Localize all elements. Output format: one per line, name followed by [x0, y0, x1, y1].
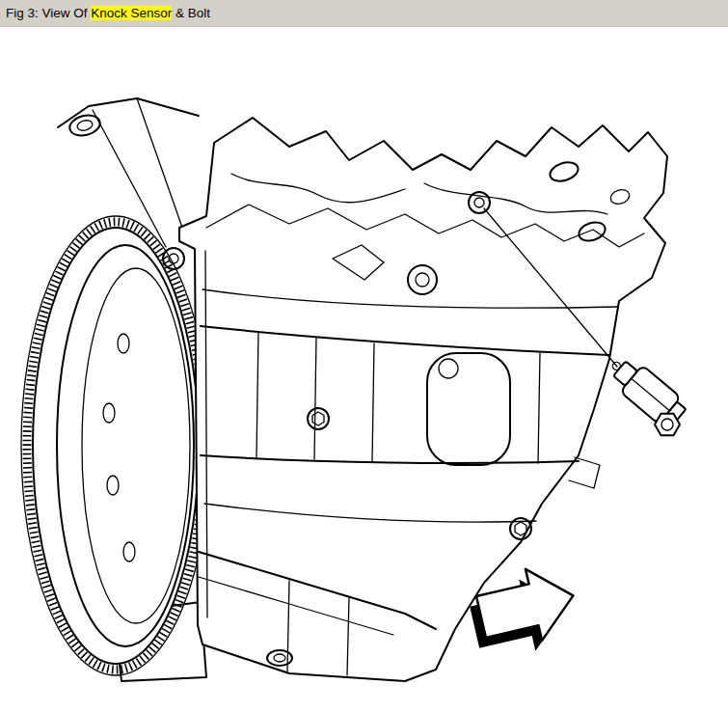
knock-sensor: [603, 350, 690, 435]
caption-suffix: & Bolt: [172, 6, 210, 20]
figure-caption-bar: Fig 3: View Of Knock Sensor & Bolt: [0, 0, 728, 27]
flywheel: [21, 216, 210, 675]
engine-block: [163, 118, 667, 681]
caption-prefix: Fig 3: View Of: [6, 6, 91, 20]
figure-canvas: [0, 0, 728, 712]
caption-highlight: Knock Sensor: [91, 6, 172, 20]
figure-page: Fig 3: View Of Knock Sensor & Bolt: [0, 0, 728, 712]
knock-sensor-bolt: [655, 414, 680, 436]
